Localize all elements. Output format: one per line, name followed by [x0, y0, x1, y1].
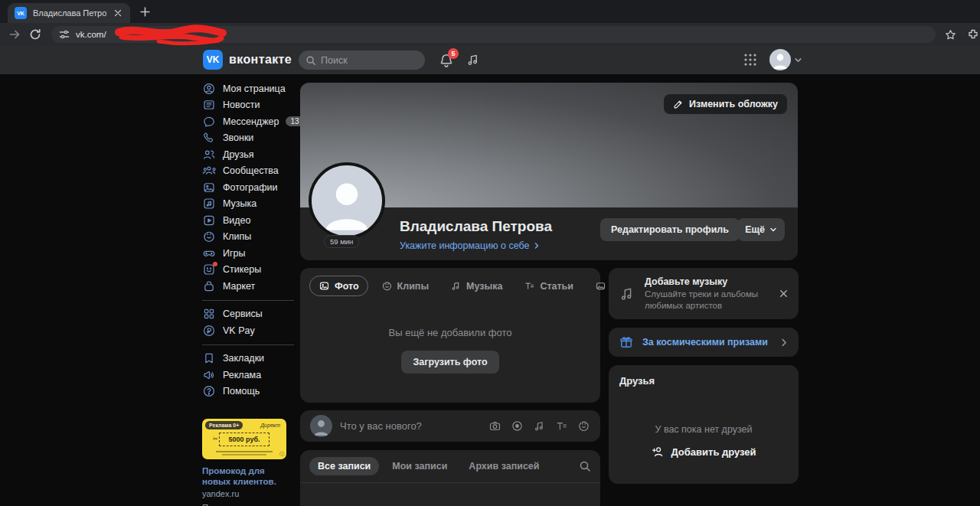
forward-icon[interactable] [8, 28, 21, 41]
scissors-icon: ✂ [213, 436, 218, 442]
ad-block[interactable]: Реклама 0+ Директ ✂ 5000 руб. ⓘ Промокод… [202, 419, 289, 506]
tab-my-posts[interactable]: Мои записи [384, 457, 456, 475]
pencil-icon [673, 99, 684, 109]
tab-title: Владислава Петрова [33, 8, 106, 18]
tab-photos[interactable]: Фото [309, 276, 368, 296]
video-record-icon[interactable] [511, 419, 524, 433]
vk-header: VK вконтакте Поиск 5 [0, 46, 980, 74]
sidebar-item-communities[interactable]: Сообщества [202, 163, 296, 180]
add-friends-button[interactable]: Добавить друзей [619, 445, 788, 459]
post-composer[interactable]: Что у вас нового? [300, 410, 600, 442]
edit-profile-button[interactable]: Редактировать профиль [600, 218, 740, 241]
shopping-bag-icon [202, 279, 216, 293]
sidebar-item-calls[interactable]: Звонки [202, 130, 296, 147]
users-group-icon [202, 164, 216, 178]
reload-icon[interactable] [29, 28, 41, 41]
last-seen-badge: 59 мин [324, 235, 359, 248]
services-grid-icon [202, 307, 216, 321]
ad-title-link[interactable]: Промокод для новых клиентов. [202, 465, 289, 488]
sidebar-item-video[interactable]: Видео [202, 212, 296, 229]
more-button[interactable]: Ещё [737, 218, 785, 241]
chevron-right-icon [533, 242, 541, 250]
prizes-banner[interactable]: За космическими призами [609, 328, 799, 357]
albums-icon [595, 280, 606, 292]
newspaper-icon [202, 98, 216, 112]
music-note-icon[interactable] [533, 419, 546, 433]
close-icon[interactable] [779, 289, 789, 299]
sidebar-item-bookmarks[interactable]: Закладки [202, 351, 296, 367]
music-promo-card: Добавьте музыку Слушайте треки и альбомы… [609, 268, 799, 319]
prizes-banner-text: За космическими призами [642, 337, 772, 348]
tab-music[interactable]: Музыка [442, 276, 511, 295]
avatar [310, 415, 332, 437]
ad-coupon: ✂ 5000 руб. [219, 433, 270, 446]
search-placeholder: Поиск [321, 55, 348, 66]
sidebar-item-photos[interactable]: Фотографии [202, 179, 296, 196]
sidebar-item-ads[interactable]: Реклама [202, 367, 296, 384]
url-bar[interactable]: vk.com/ [51, 26, 936, 43]
search-posts-icon[interactable] [579, 460, 591, 472]
vk-wordmark[interactable]: вконтакте [229, 53, 292, 67]
sidebar-nav: Моя страница Новости Мессенджер 13 Звонк… [202, 80, 296, 400]
edit-cover-button[interactable]: Изменить обложку [664, 94, 787, 114]
profile-info-link[interactable]: Укажите информацию о себе [400, 240, 541, 251]
sidebar-item-vkpay[interactable]: VK Pay [202, 322, 296, 339]
divider [300, 482, 600, 483]
photo-icon [202, 181, 216, 194]
sidebar-item-help[interactable]: Помощь [202, 384, 296, 400]
ad-fine-print [216, 451, 273, 452]
music-note-icon [619, 286, 635, 302]
camera-icon[interactable] [488, 419, 501, 433]
close-tab-icon[interactable] [113, 8, 123, 18]
gamepad-icon [202, 246, 216, 260]
music-note-icon[interactable] [466, 52, 481, 67]
upload-photo-button[interactable]: Загрузить фото [401, 351, 498, 374]
browser-tab[interactable]: VK Владислава Петрова [8, 3, 130, 23]
avatar[interactable] [769, 49, 791, 70]
tab-all-posts[interactable]: Все записи [309, 457, 379, 475]
browser-window: VK Владислава Петрова vk.com/ VK вконтак… [0, 0, 980, 506]
sidebar-item-clips[interactable]: Клипы [202, 229, 296, 246]
bookmark-star-icon[interactable] [945, 29, 956, 41]
sidebar-item-messenger[interactable]: Мессенджер 13 [202, 113, 296, 130]
ad-banner-image[interactable]: Реклама 0+ Директ ✂ 5000 руб. ⓘ [202, 419, 286, 459]
friends-empty-text: У вас пока нет друзей [619, 424, 788, 435]
info-icon: ⓘ [279, 451, 284, 458]
chevron-down-icon[interactable] [794, 56, 802, 64]
sidebar-item-my-page[interactable]: Моя страница [202, 80, 296, 97]
music-note-icon [450, 280, 462, 292]
new-tab-icon[interactable] [139, 6, 151, 18]
search-icon [305, 55, 316, 66]
sidebar-item-stickers[interactable]: Стикеры [202, 262, 296, 279]
chevron-right-icon [780, 338, 789, 347]
music-square-icon [202, 197, 216, 211]
article-icon[interactable] [555, 419, 568, 433]
search-input[interactable]: Поиск [299, 51, 425, 70]
sidebar-item-news[interactable]: Новости [202, 97, 296, 114]
sidebar-item-market[interactable]: Маркет [202, 278, 296, 295]
profile-avatar[interactable] [309, 162, 385, 239]
clips-icon[interactable] [577, 419, 590, 433]
notifications-bell-icon[interactable]: 5 [438, 52, 455, 69]
friends-card: Друзья У вас пока нет друзей Добавить др… [609, 365, 799, 484]
site-settings-icon[interactable] [59, 29, 70, 40]
profile-card: Изменить обложку 59 мин Владислава Петро… [300, 83, 798, 260]
tab-articles[interactable]: Статьи [515, 276, 582, 295]
sidebar-item-services[interactable]: Сервисы [202, 306, 296, 323]
add-user-icon [651, 445, 665, 459]
extensions-icon[interactable] [967, 28, 979, 41]
sidebar-item-friends[interactable]: Друзья [202, 146, 296, 163]
clips-icon [381, 280, 393, 292]
tab-archived-posts[interactable]: Архив записей [460, 457, 547, 475]
vk-logo-icon[interactable]: VK [203, 50, 223, 70]
content-tabs: Фото Клипы Музыка Статьи Альбомы [300, 268, 600, 304]
tab-clips[interactable]: Клипы [373, 276, 437, 295]
composer-attachments [488, 419, 590, 433]
sidebar-item-music[interactable]: Музыка [202, 196, 296, 213]
sidebar-item-games[interactable]: Игры [202, 245, 296, 262]
composer-placeholder[interactable]: Что у вас нового? [340, 420, 481, 432]
vkpay-icon [202, 324, 216, 338]
two-users-icon [202, 148, 216, 162]
apps-grid-icon[interactable] [743, 53, 757, 67]
ad-site-link[interactable]: yandex.ru [202, 489, 289, 498]
